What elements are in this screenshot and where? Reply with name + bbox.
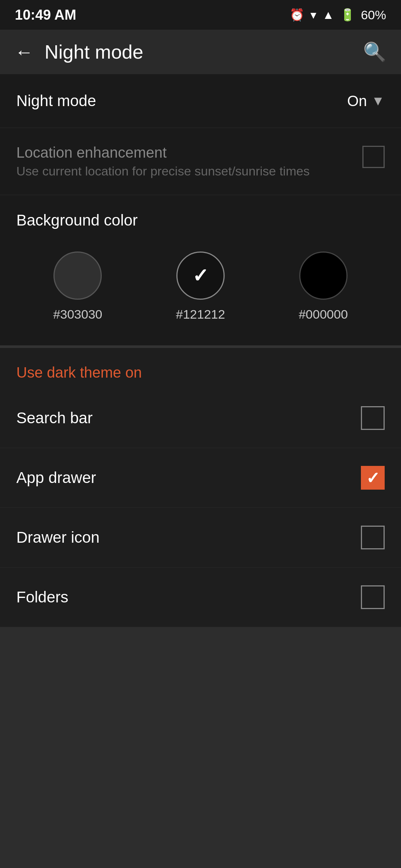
drawer-icon-checkbox[interactable] [361,526,385,549]
dark-theme-header: Use dark theme on [0,348,401,388]
battery-percent: 60% [361,8,386,22]
night-mode-value: On [347,93,367,109]
color-label-121212: #121212 [176,307,225,322]
color-label-000000: #000000 [299,307,348,322]
app-bar-left: ← Night mode [15,41,143,63]
location-checkbox [362,146,385,168]
signal-icon: ▲ [322,8,334,22]
battery-icon: 🔋 [340,8,355,22]
color-selected-check: ✓ [192,264,209,287]
color-circle-000000 [299,251,348,300]
app-drawer-check-icon: ✓ [366,468,380,487]
folders-checkbox[interactable] [361,585,385,609]
wifi-icon: ▾ [310,8,316,22]
drawer-icon-label: Drawer icon [16,529,100,546]
app-drawer-checkbox[interactable]: ✓ [361,466,385,490]
search-bar-row[interactable]: Search bar [0,388,401,448]
color-options: #303030 ✓ #121212 #000000 [16,244,385,329]
app-drawer-label: App drawer [16,469,96,487]
status-icons: ⏰ ▾ ▲ 🔋 60% [290,8,386,22]
location-enhancement-row: Location enhancement Use current locatio… [0,128,401,195]
app-drawer-row[interactable]: App drawer ✓ [0,448,401,508]
location-label: Location enhancement [16,144,362,161]
alarm-icon: ⏰ [290,8,304,22]
dropdown-arrow-icon: ▼ [371,93,385,109]
search-bar-checkbox[interactable] [361,406,385,430]
settings-content: Night mode On ▼ Location enhancement Use… [0,74,401,346]
drawer-icon-row[interactable]: Drawer icon [0,508,401,568]
location-text: Location enhancement Use current locatio… [16,144,362,178]
app-bar: ← Night mode 🔍 [0,30,401,74]
color-option-303030[interactable]: #303030 [53,251,102,322]
color-option-121212[interactable]: ✓ #121212 [176,251,225,322]
color-label-303030: #303030 [53,307,102,322]
location-sublabel: Use current location for precise sunset/… [16,164,362,178]
night-mode-row[interactable]: Night mode On ▼ [0,74,401,128]
color-option-000000[interactable]: #000000 [299,251,348,322]
search-button[interactable]: 🔍 [363,41,386,63]
search-bar-label: Search bar [16,409,92,427]
night-mode-value-container: On ▼ [347,93,385,109]
back-button[interactable]: ← [15,41,33,63]
dark-theme-title: Use dark theme on [16,364,142,381]
page-title: Night mode [45,41,143,63]
status-time: 10:49 AM [15,7,76,23]
status-bar: 10:49 AM ⏰ ▾ ▲ 🔋 60% [0,0,401,30]
dark-theme-section: Use dark theme on Search bar App drawer … [0,348,401,627]
bottom-area [0,627,401,868]
color-circle-303030 [53,251,102,300]
night-mode-label: Night mode [16,92,96,110]
folders-row[interactable]: Folders [0,568,401,627]
color-circle-121212: ✓ [176,251,225,300]
folders-label: Folders [16,588,68,606]
background-color-section: Background color #303030 ✓ #121212 #0000… [0,195,401,346]
background-color-title: Background color [16,211,385,229]
